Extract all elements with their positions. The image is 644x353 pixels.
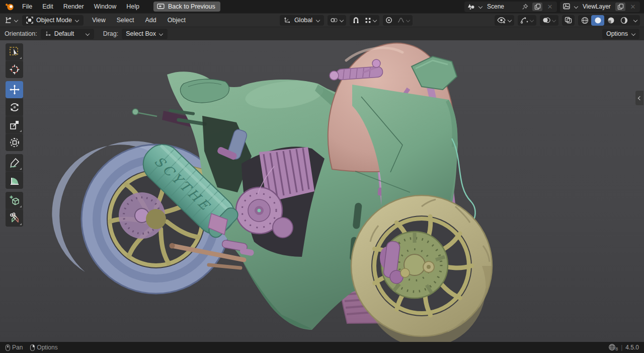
tool-select-box[interactable] — [6, 43, 23, 60]
transform-orientation-selector[interactable]: Global — [280, 15, 324, 26]
object-mode-icon — [26, 17, 33, 24]
shading-rendered-button[interactable] — [617, 15, 630, 26]
viewport-canvas[interactable]: SCYTHE — [0, 40, 644, 342]
snapping-group — [350, 15, 379, 26]
annotate-pencil-icon — [9, 157, 20, 168]
shading-mode-group — [578, 15, 640, 26]
snap-to-menu[interactable] — [362, 15, 379, 26]
chevron-down-icon — [406, 18, 410, 23]
chevron-down-icon — [159, 32, 164, 36]
scene-selector[interactable]: Scene ✕ — [464, 2, 557, 12]
drag-value: Select Box — [126, 30, 156, 37]
chevron-down-icon — [315, 18, 320, 23]
tool-rotate[interactable] — [6, 99, 23, 116]
tool-orientation-selector[interactable]: Default — [41, 29, 94, 39]
menu-edit[interactable]: Edit — [37, 0, 58, 13]
menu-select[interactable]: Select — [111, 14, 140, 27]
chevron-down-icon — [478, 5, 482, 9]
magnet-icon — [352, 17, 360, 24]
motorcycle-model[interactable]: SCYTHE — [52, 43, 492, 342]
unlink-scene-button[interactable]: ✕ — [545, 3, 555, 11]
viewport-3d[interactable]: SCYTHE — [0, 40, 644, 342]
chevron-down-icon — [529, 18, 534, 23]
options-menu[interactable]: Options — [602, 29, 639, 39]
tool-scale[interactable] — [6, 116, 23, 133]
new-viewlayer-button[interactable] — [615, 3, 625, 11]
new-scene-button[interactable] — [532, 3, 542, 11]
viewlayer-selector[interactable]: ViewLayer ✕ — [560, 2, 640, 12]
shading-solid-button[interactable] — [591, 15, 604, 26]
proportional-edit-toggle[interactable] — [383, 15, 395, 26]
chevron-down-icon — [631, 32, 635, 36]
menu-window[interactable]: Window — [89, 0, 121, 13]
orientation-default-icon — [45, 31, 51, 37]
wireframe-shading-icon — [581, 17, 589, 24]
menu-render[interactable]: Render — [58, 0, 89, 13]
tool-add-cube[interactable] — [6, 192, 23, 209]
back-screen-icon — [157, 4, 165, 10]
menu-file[interactable]: File — [17, 0, 37, 13]
shading-material-button[interactable] — [604, 15, 617, 26]
mouse-right-icon — [30, 344, 35, 351]
cut-scissors-icon — [9, 213, 20, 224]
back-to-previous-button[interactable]: Back to Previous — [153, 2, 220, 12]
proportional-falloff-menu[interactable] — [395, 15, 413, 26]
tool-move[interactable] — [6, 81, 23, 98]
tool-cut[interactable] — [6, 209, 23, 227]
select-box-icon — [9, 46, 20, 57]
chevron-down-icon — [372, 18, 377, 23]
snap-toggle[interactable] — [350, 15, 362, 26]
object-type-visibility[interactable] — [495, 15, 514, 26]
scene-name[interactable]: Scene — [485, 3, 517, 10]
overlays-icon — [542, 17, 550, 24]
menu-object[interactable]: Object — [162, 14, 191, 27]
viewlayer-icon — [563, 3, 571, 10]
editor-type-menu[interactable] — [4, 16, 18, 24]
overlays-toggle[interactable] — [540, 15, 558, 26]
xray-toggle[interactable] — [562, 15, 575, 26]
drag-label: Drag: — [103, 30, 119, 37]
status-divider: | — [621, 344, 622, 351]
chevron-down-icon — [507, 18, 512, 23]
orientation-value: Default — [54, 30, 74, 37]
orientation-global-label: Global — [294, 17, 312, 24]
tool-annotate[interactable] — [6, 154, 23, 171]
menu-view[interactable]: View — [87, 14, 111, 27]
menu-add[interactable]: Add — [140, 14, 162, 27]
rotate-icon — [9, 102, 20, 113]
snap-with-group[interactable] — [328, 15, 346, 26]
gizmo-icon — [520, 17, 528, 24]
drag-mode-selector[interactable]: Select Box — [122, 29, 168, 39]
statusbar: Pan Options 8 | 4.5.0 — [0, 342, 644, 353]
chevron-left-icon — [637, 96, 642, 100]
snap-with-icon — [330, 17, 338, 24]
shading-wireframe-button[interactable] — [578, 15, 591, 26]
rear-antenna[interactable] — [132, 109, 157, 116]
proportional-edit-icon — [385, 17, 392, 24]
chevron-down-icon — [551, 18, 556, 23]
tool-measure[interactable] — [6, 172, 23, 189]
editor-3d-viewport-icon — [4, 16, 13, 24]
gizmos-toggle[interactable] — [518, 15, 536, 26]
status-pan-hint: Pan — [5, 344, 23, 351]
rendered-shading-icon — [620, 17, 628, 24]
tool-settings-bar: Orientation: Default Drag: Select Box Op… — [0, 27, 644, 40]
version-label: 4.5.0 — [625, 344, 639, 351]
sidebar-toggle[interactable] — [635, 91, 643, 105]
back-to-previous-label: Back to Previous — [168, 3, 215, 10]
chevron-down-icon — [339, 18, 344, 23]
mode-selector[interactable]: Object Mode — [22, 15, 84, 26]
remove-viewlayer-button[interactable]: ✕ — [628, 3, 638, 11]
measure-icon — [9, 175, 20, 186]
viewlayer-name[interactable]: ViewLayer — [581, 3, 613, 10]
move-icon — [9, 84, 20, 95]
tool-cursor[interactable] — [6, 61, 23, 78]
viewport-header: Object Mode View Select Add Object Globa… — [0, 13, 644, 27]
menu-help[interactable]: Help — [121, 0, 144, 13]
blender-logo-icon[interactable] — [5, 3, 14, 11]
pin-scene-icon[interactable] — [520, 3, 530, 11]
extensions-updates-indicator[interactable]: 8 — [608, 343, 618, 351]
tool-transform[interactable] — [6, 134, 23, 151]
chevron-down-icon — [574, 5, 578, 9]
scene-icon — [467, 3, 475, 10]
